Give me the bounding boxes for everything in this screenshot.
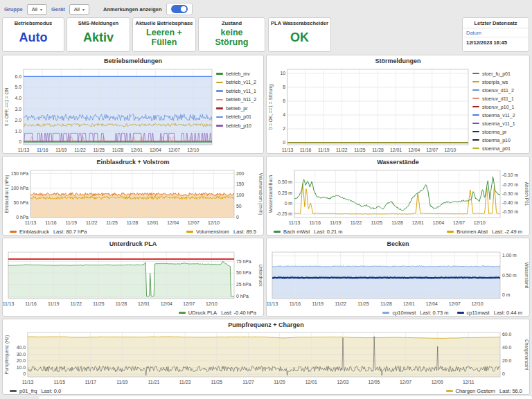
axis-tick-label: 11/16 (25, 301, 37, 306)
axis-tick-label: 11/19 (66, 220, 78, 225)
axis-tick-label: 12/01 (403, 301, 415, 306)
status-label: SMS-Meldungen (78, 20, 118, 26)
axis-tick-label: 12/01 (138, 301, 150, 306)
axis-tick-label: 0 (23, 371, 26, 376)
legend-item-betrieb_v11_1[interactable]: betrieb_v11_1 (216, 87, 263, 96)
legend-item-chargen-gestern[interactable]: Chargen GesternLast: 56.0 (446, 388, 523, 394)
legend-item-bach-mwst[interactable]: Bach mWstLast: 0.21 m (274, 229, 343, 235)
axis-tick-label: 11/19 (318, 148, 330, 152)
legend-item-stoerma_p10[interactable]: stoerma_p10 (472, 136, 529, 144)
legend-item-stoer_fu_p01[interactable]: stoer_fu_p01 (472, 69, 529, 78)
axis-tick-label: 4.0 (15, 96, 22, 100)
legend-item-stoeruv_p10_1[interactable]: stoeruv_p10_1 (472, 103, 529, 111)
axis-tick-label: 6 (283, 98, 285, 103)
legend-item-p01_frq[interactable]: p01_frqLast: 0.0 (10, 388, 61, 394)
axis-tick-label: 11/16 (300, 148, 312, 152)
status-label: Zustand (222, 20, 242, 26)
legend-item-betrieb_p10[interactable]: betrieb_p10 (216, 121, 263, 130)
legend-item-betrieb_p01[interactable]: betrieb_p01 (216, 113, 263, 122)
axis-tick-label: 50 hPa (236, 270, 251, 275)
axis-tick-label: 100 hPa (11, 186, 29, 190)
legend-label: stoeruv_p10_1 (482, 105, 514, 109)
legend-last-value: Last: 0.21 m (314, 229, 342, 235)
legend-item-betrieb_v11_2[interactable]: betrieb_v11_2 (216, 78, 263, 87)
axis-tick-label: 12/07 (168, 148, 180, 152)
chart-plot-wasserstaende[interactable]: -0.25 m0 m0.25 m0.50 mWasserstand Bach-0… (267, 166, 529, 227)
legend-label: betrieb_v11_2 (226, 80, 256, 85)
axis-tick-label: 11/19 (48, 301, 60, 306)
chart-plot-stoermeldungen[interactable]: 02468100 = OK, ==1 = Störung11/1311/1611… (267, 65, 472, 154)
legend-item-betrieb_mv[interactable]: betrieb_mv (216, 69, 263, 78)
legend-item-einblasdruck[interactable]: EinblasdruckLast: 80.7 hPa (10, 229, 87, 235)
axis-tick-label: 12/04 (150, 148, 161, 152)
legend-item-cp11mwst[interactable]: cp11mwstLast: 0.44 m (457, 310, 523, 316)
chevron-down-icon: ▾ (82, 7, 85, 12)
chart-plot-einblasdruck-volstrom[interactable]: 0 hPa50 hPa100 hPa150 hPaEinblasdruck (h… (3, 166, 263, 227)
gruppe-select[interactable]: All ▾ (27, 4, 47, 15)
legend-item-stoeruv_d11_1[interactable]: stoeruv_d11_1 (472, 94, 529, 103)
legend-item-stoerma_pr[interactable]: stoerma_pr (472, 127, 529, 136)
legend-item-betrieb_pr[interactable]: betrieb_pr (216, 104, 263, 113)
chart-plot-becken[interactable]: 0 m0.50 m1.00 mWasserstand11/1311/1611/1… (267, 248, 529, 308)
legend-label: Bach mWst (283, 229, 310, 235)
legend-item-udruck-pla[interactable]: UDruck PLALast: -0.40 hPa (179, 310, 256, 316)
panel-pumpfrequenz-chargen: Pumpfrequenz + Chargen010.020.030.040.0P… (2, 319, 530, 395)
axis-tick-label: 0 (283, 140, 285, 145)
legend-item-brunnen-abst[interactable]: Brunnen AbstLast: -2.49 m (447, 229, 522, 235)
axis-tick-label: 200 (236, 171, 245, 176)
annotations-toggle-box (166, 3, 193, 15)
legend-item-volumenstrom[interactable]: VolumenstromLast: 89.5 (186, 229, 256, 235)
axis-tick-label: 5.0 (15, 85, 22, 89)
legend-item-betrieb_h11_2[interactable]: betrieb_h11_2 (216, 96, 263, 105)
legend-item-stoerma_v11_1[interactable]: stoerma_v11_1 (472, 119, 529, 127)
legend-swatch (216, 90, 223, 92)
legend-swatch (10, 390, 17, 392)
axis-tick-label: 11/19 (55, 148, 67, 152)
axis-tick-label: 12/10 (187, 148, 199, 152)
legend-item-stoeruv_d11_2[interactable]: stoeruv_d11_2 (472, 86, 529, 94)
legend-swatch (216, 125, 223, 127)
y-axis-label-right: Wasserstand (524, 263, 529, 289)
axis-tick-label: 150 (236, 181, 245, 186)
legend-swatch (446, 390, 453, 392)
chart-title: Betriebsmeldungen (3, 55, 263, 65)
axis-tick-label: 12/10 (474, 220, 486, 225)
legend-swatch (472, 123, 479, 125)
annotations-toggle[interactable] (171, 5, 188, 13)
legend-swatch (179, 312, 186, 314)
chart-plot-betriebsmeldungen[interactable]: 01.02.03.04.05.06.00 = OFF, ==1 = ON11/1… (3, 65, 216, 154)
axis-tick-label: 6.0 (15, 74, 22, 79)
legend-swatch (472, 139, 479, 141)
legend-swatch (274, 231, 281, 233)
axis-tick-label: 12/07 (183, 301, 195, 306)
legend-label: cp10mwst (392, 310, 416, 316)
legend-item-stoerma_p01[interactable]: stoerma_p01 (472, 144, 529, 152)
legend-swatch (216, 116, 223, 118)
y-axis-label-right: Unterdruck (258, 265, 263, 287)
last-record-column[interactable]: Datum (463, 28, 529, 37)
axis-tick-label: 11/25 (357, 301, 369, 306)
axis-tick-label: 0 m (285, 201, 293, 206)
legend-last-value: Last: -2.49 m (492, 229, 522, 235)
legend-label: stoerma_pr (482, 130, 506, 134)
legend-swatch (472, 98, 479, 100)
legend-last-value: Last: 89.5 (233, 229, 256, 235)
axis-tick-label: 11/25 (211, 380, 223, 384)
geraet-select[interactable]: All ▾ (69, 4, 89, 15)
axis-tick-label: 12/09 (432, 380, 443, 384)
y-axis-label-left: 0 = OFF, ==1 = ON (4, 88, 9, 127)
legend-item-stoerpla_ws[interactable]: stoerpla_ws (472, 78, 529, 86)
axis-tick-label: 11/25 (354, 148, 366, 152)
legend-item-stoerma_v11_2[interactable]: stoerma_v11_2 (472, 111, 529, 119)
chart-title: Unterdruck PLA (3, 238, 263, 248)
axis-tick-label: 11/25 (94, 148, 105, 152)
axis-tick-label: 11/13 (25, 220, 37, 225)
axis-tick-label: 20.0 (17, 358, 26, 363)
legend-swatch (472, 81, 479, 83)
chart-plot-pumpfrequenz-chargen[interactable]: 010.020.030.040.0Pumpfrequenz (Hz)020.04… (3, 329, 529, 387)
geraet-select-value: All (74, 6, 80, 12)
legend-item-cp10mwst[interactable]: cp10mwstLast: 0.73 m (382, 310, 448, 316)
chart-plot-unterdruck-pla[interactable]: 0 hPa25 hPa50 hPa75 hPaUnterdruck11/1311… (3, 248, 263, 308)
axis-tick-label: 100 (236, 193, 245, 197)
legend-label: p01_frq (19, 388, 37, 394)
